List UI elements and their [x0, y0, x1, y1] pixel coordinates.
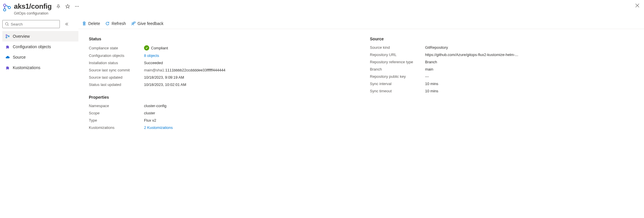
row-label: Kustomizations	[89, 125, 144, 130]
search-icon	[5, 22, 9, 26]
puzzle-icon	[5, 44, 10, 49]
section-title: Status	[89, 37, 352, 41]
row-label: Branch	[370, 67, 425, 71]
row-label: Scope	[89, 111, 144, 115]
row-label: Installation status	[89, 61, 144, 65]
source-section: Source Source kind GitRepository Reposit…	[370, 37, 634, 93]
row-value: 10/18/2023, 9:09:19 AM	[144, 75, 184, 80]
row-value: Branch	[425, 60, 437, 64]
refresh-icon	[105, 21, 110, 26]
row-label: Configuration objects	[89, 53, 144, 58]
section-title: Properties	[89, 95, 352, 100]
page-title: aks1/config	[14, 2, 52, 10]
delete-button[interactable]: Delete	[82, 21, 100, 26]
star-icon[interactable]	[65, 4, 70, 9]
sidebar-item-label: Configuration objects	[13, 44, 51, 49]
row-scope: Scope cluster	[89, 111, 352, 115]
status-text: Compliant	[151, 46, 168, 50]
row-value: Succeeded	[144, 61, 163, 65]
row-label: Repository public key	[370, 74, 425, 79]
gitops-small-icon	[5, 34, 10, 39]
row-install-status: Installation status Succeeded	[89, 61, 352, 65]
refresh-button[interactable]: Refresh	[105, 21, 126, 26]
svg-point-6	[6, 23, 8, 25]
svg-point-1	[3, 9, 6, 11]
status-badge: Compliant	[144, 45, 168, 51]
svg-point-8	[6, 37, 7, 38]
row-public-key: Repository public key ---	[370, 74, 634, 79]
left-column: Status Compliance state Compliant Config…	[89, 35, 352, 138]
row-type: Type Flux v2	[89, 118, 352, 122]
row-source-kind: Source kind GitRepository	[370, 45, 634, 50]
row-branch: Branch main	[370, 67, 634, 71]
row-value: main@sha1:1111bbbb22ccddddee33ffffff4444…	[144, 68, 225, 72]
toolbar: Delete Refresh Give feedback	[78, 19, 644, 29]
row-label: Sync interval	[370, 82, 425, 86]
feedback-button[interactable]: Give feedback	[131, 21, 164, 26]
svg-point-2	[8, 6, 10, 9]
row-value: cluster	[144, 111, 155, 115]
pin-icon[interactable]	[56, 4, 61, 9]
svg-point-10	[132, 23, 133, 24]
feedback-icon	[131, 21, 136, 26]
svg-point-5	[78, 6, 79, 7]
sidebar: Overview Configuration objects Source	[0, 19, 78, 218]
trash-icon	[82, 21, 87, 26]
row-kustomizations: Kustomizations 2 Kustomizations	[89, 125, 352, 130]
puzzle-icon	[5, 65, 10, 70]
row-repo-ref-type: Repository reference type Branch	[370, 60, 634, 64]
status-section: Status Compliance state Compliant Config…	[89, 37, 352, 87]
sidebar-item-label: Kustomizations	[13, 65, 40, 70]
sidebar-item-label: Overview	[13, 34, 30, 39]
row-label: Sync timeout	[370, 89, 425, 93]
row-value: main	[425, 67, 433, 71]
search-input-wrapper[interactable]	[2, 20, 60, 28]
row-source-last-updated: Source last updated 10/18/2023, 9:09:19 …	[89, 75, 352, 80]
gitops-resource-icon	[2, 3, 12, 12]
row-label: Compliance state	[89, 46, 144, 50]
collapse-sidebar-icon[interactable]	[62, 22, 71, 26]
right-column: Source Source kind GitRepository Reposit…	[370, 35, 634, 138]
row-last-sync-commit: Source last sync commit main@sha1:1111bb…	[89, 68, 352, 72]
toolbar-label: Delete	[88, 21, 100, 26]
row-config-objects: Configuration objects 8 objects	[89, 53, 352, 58]
row-label: Type	[89, 118, 144, 122]
commit-prefix: main@sha1:	[144, 68, 165, 72]
row-value: 10/18/2023, 10:02:01 AM	[144, 82, 186, 87]
row-sync-timeout: Sync timeout 10 mins	[370, 89, 634, 93]
row-label: Source last updated	[89, 75, 144, 80]
sidebar-item-kustomizations[interactable]: Kustomizations	[2, 62, 78, 73]
check-circle-icon	[144, 45, 149, 51]
row-label: Source kind	[370, 45, 425, 50]
sidebar-item-label: Source	[13, 55, 26, 60]
svg-point-3	[75, 6, 76, 7]
svg-point-4	[77, 6, 78, 7]
svg-point-0	[3, 4, 6, 6]
toolbar-label: Refresh	[111, 21, 126, 26]
sidebar-item-source[interactable]: Source	[2, 52, 78, 62]
row-compliance-state: Compliance state Compliant	[89, 45, 352, 51]
search-input[interactable]	[11, 22, 57, 26]
properties-section: Properties Namespace cluster-config Scop…	[89, 95, 352, 130]
content-pane: Delete Refresh Give feedback Status	[78, 19, 644, 218]
row-label: Namespace	[89, 104, 144, 108]
svg-point-7	[6, 35, 7, 36]
close-icon[interactable]	[635, 3, 639, 8]
row-value: cluster-config	[144, 104, 166, 108]
header-title-group: aks1/config GitOps	[14, 2, 641, 15]
page-subtitle: GitOps configuration	[14, 11, 641, 15]
more-icon[interactable]	[74, 4, 80, 9]
sidebar-item-config-objects[interactable]: Configuration objects	[2, 42, 78, 52]
row-label: Repository reference type	[370, 60, 425, 64]
row-value: ---	[425, 74, 429, 79]
sidebar-item-overview[interactable]: Overview	[2, 31, 78, 42]
row-repo-url: Repository URL https://github.com/Azure/…	[370, 53, 634, 57]
kustomizations-link[interactable]: 2 Kustomizations	[144, 125, 173, 130]
page-header: aks1/config GitOps	[0, 0, 644, 19]
config-objects-link[interactable]: 8 objects	[144, 53, 159, 58]
toolbar-label: Give feedback	[138, 21, 164, 26]
row-value: Flux v2	[144, 118, 156, 122]
row-label: Repository URL	[370, 53, 425, 57]
row-value: 10 mins	[425, 89, 438, 93]
row-namespace: Namespace cluster-config	[89, 104, 352, 108]
